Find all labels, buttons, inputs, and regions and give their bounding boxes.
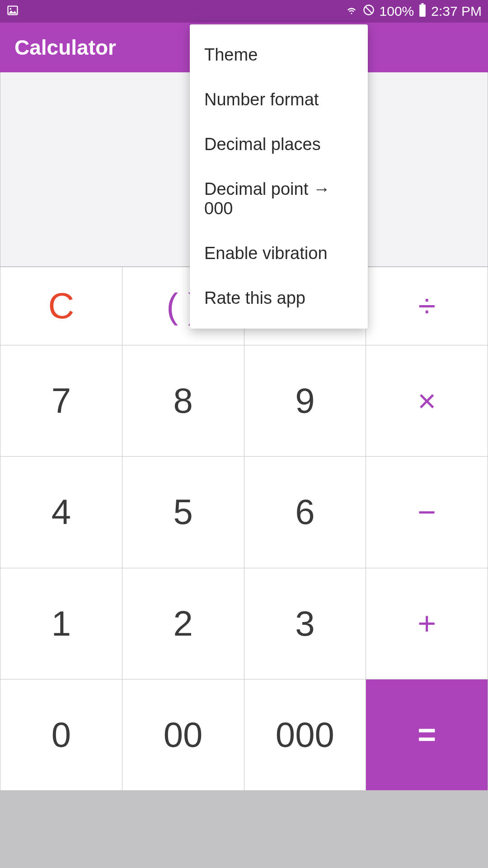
divide-button[interactable]: ÷ bbox=[366, 267, 488, 345]
plus-button[interactable]: + bbox=[366, 568, 488, 679]
svg-rect-4 bbox=[422, 3, 424, 5]
digit-4-button[interactable]: 4 bbox=[0, 457, 122, 567]
digit-1-button[interactable]: 1 bbox=[0, 568, 122, 679]
menu-item-decimal-point-000[interactable]: Decimal point → 000 bbox=[190, 167, 368, 231]
status-bar: 100% 2:37 PM bbox=[0, 0, 488, 23]
digit-2-button[interactable]: 2 bbox=[122, 568, 244, 679]
clock: 2:37 PM bbox=[431, 4, 482, 19]
app-title: Calculator bbox=[14, 35, 116, 60]
svg-rect-5 bbox=[419, 4, 426, 16]
digit-9-button[interactable]: 9 bbox=[244, 345, 366, 456]
svg-line-3 bbox=[365, 6, 372, 13]
menu-item-number-format[interactable]: Number format bbox=[190, 77, 368, 122]
digit-8-button[interactable]: 8 bbox=[122, 345, 244, 456]
menu-item-enable-vibration[interactable]: Enable vibration bbox=[190, 231, 368, 276]
menu-item-rate-this-app[interactable]: Rate this app bbox=[190, 276, 368, 321]
menu-item-decimal-places[interactable]: Decimal places bbox=[190, 122, 368, 167]
no-signal-icon bbox=[362, 4, 375, 19]
menu-item-theme[interactable]: Theme bbox=[190, 33, 368, 77]
double-zero-button[interactable]: 00 bbox=[122, 679, 244, 790]
equals-button[interactable]: = bbox=[366, 679, 488, 790]
digit-7-button[interactable]: 7 bbox=[0, 345, 122, 456]
multiply-button[interactable]: × bbox=[366, 345, 488, 456]
digit-6-button[interactable]: 6 bbox=[244, 457, 366, 567]
battery-percent: 100% bbox=[380, 4, 414, 19]
overflow-menu: Theme Number format Decimal places Decim… bbox=[190, 24, 368, 329]
digit-5-button[interactable]: 5 bbox=[122, 457, 244, 567]
wifi-icon bbox=[345, 4, 358, 19]
picture-icon bbox=[6, 4, 19, 19]
svg-point-1 bbox=[9, 8, 11, 10]
clear-button[interactable]: C bbox=[0, 267, 122, 345]
digit-3-button[interactable]: 3 bbox=[244, 568, 366, 679]
digit-0-button[interactable]: 0 bbox=[0, 679, 122, 790]
triple-zero-button[interactable]: 000 bbox=[244, 679, 366, 790]
battery-icon bbox=[418, 3, 427, 20]
minus-button[interactable]: − bbox=[366, 457, 488, 567]
keypad: C ( ) ÷ 7 8 9 × 4 5 6 − 1 2 3 + 0 00 bbox=[0, 267, 488, 868]
